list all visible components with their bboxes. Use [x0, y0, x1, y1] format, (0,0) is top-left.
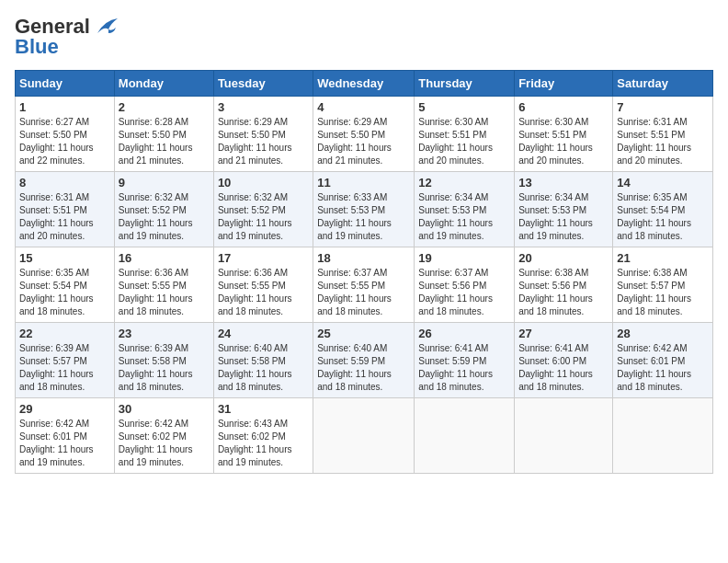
header-sunday: Sunday	[16, 71, 115, 97]
calendar-cell: 18Sunrise: 6:37 AM Sunset: 5:55 PM Dayli…	[313, 247, 415, 323]
calendar-cell: 24Sunrise: 6:40 AM Sunset: 5:58 PM Dayli…	[213, 323, 313, 398]
day-info: Sunrise: 6:41 AM Sunset: 5:59 PM Dayligh…	[418, 342, 510, 394]
calendar-cell: 7Sunrise: 6:31 AM Sunset: 5:51 PM Daylig…	[613, 97, 713, 172]
calendar-week-2: 8Sunrise: 6:31 AM Sunset: 5:51 PM Daylig…	[16, 172, 713, 247]
header-saturday: Saturday	[613, 71, 713, 97]
calendar-cell: 23Sunrise: 6:39 AM Sunset: 5:58 PM Dayli…	[114, 323, 213, 398]
day-info: Sunrise: 6:40 AM Sunset: 5:59 PM Dayligh…	[317, 342, 410, 394]
day-info: Sunrise: 6:31 AM Sunset: 5:51 PM Dayligh…	[19, 191, 110, 243]
calendar-cell: 1Sunrise: 6:27 AM Sunset: 5:50 PM Daylig…	[16, 97, 115, 172]
day-info: Sunrise: 6:36 AM Sunset: 5:55 PM Dayligh…	[218, 267, 309, 318]
calendar-cell: 10Sunrise: 6:32 AM Sunset: 5:52 PM Dayli…	[213, 172, 313, 247]
day-info: Sunrise: 6:31 AM Sunset: 5:51 PM Dayligh…	[617, 116, 709, 167]
day-number: 27	[518, 327, 609, 340]
calendar-cell: 11Sunrise: 6:33 AM Sunset: 5:53 PM Dayli…	[313, 172, 415, 247]
day-info: Sunrise: 6:36 AM Sunset: 5:55 PM Dayligh…	[119, 267, 210, 318]
day-number: 15	[19, 251, 110, 265]
calendar-cell: 20Sunrise: 6:38 AM Sunset: 5:56 PM Dayli…	[515, 247, 613, 323]
calendar-cell: 31Sunrise: 6:43 AM Sunset: 6:02 PM Dayli…	[213, 398, 313, 474]
day-number: 19	[418, 251, 510, 265]
day-info: Sunrise: 6:42 AM Sunset: 6:02 PM Dayligh…	[119, 418, 210, 469]
header-monday: Monday	[114, 71, 213, 97]
day-number: 11	[317, 176, 410, 190]
day-number: 30	[119, 402, 210, 416]
day-info: Sunrise: 6:29 AM Sunset: 5:50 PM Dayligh…	[317, 116, 410, 167]
day-number: 24	[218, 327, 309, 340]
day-number: 1	[19, 100, 110, 114]
day-number: 2	[119, 100, 210, 114]
day-info: Sunrise: 6:37 AM Sunset: 5:55 PM Dayligh…	[317, 267, 410, 318]
day-number: 23	[119, 327, 210, 340]
calendar-table: SundayMondayTuesdayWednesdayThursdayFrid…	[15, 70, 713, 474]
calendar-cell	[613, 398, 713, 474]
calendar-cell: 26Sunrise: 6:41 AM Sunset: 5:59 PM Dayli…	[415, 323, 515, 398]
day-info: Sunrise: 6:38 AM Sunset: 5:57 PM Dayligh…	[617, 267, 709, 318]
calendar-week-3: 15Sunrise: 6:35 AM Sunset: 5:54 PM Dayli…	[16, 247, 713, 323]
day-number: 6	[518, 100, 609, 114]
day-number: 4	[317, 100, 410, 114]
day-info: Sunrise: 6:37 AM Sunset: 5:56 PM Dayligh…	[418, 267, 510, 318]
calendar-cell: 25Sunrise: 6:40 AM Sunset: 5:59 PM Dayli…	[313, 323, 415, 398]
header-thursday: Thursday	[415, 71, 515, 97]
calendar-cell	[515, 398, 613, 474]
day-info: Sunrise: 6:38 AM Sunset: 5:56 PM Dayligh…	[518, 267, 609, 318]
day-number: 25	[317, 327, 410, 340]
day-info: Sunrise: 6:42 AM Sunset: 6:01 PM Dayligh…	[19, 418, 110, 469]
calendar-header-row: SundayMondayTuesdayWednesdayThursdayFrid…	[16, 71, 713, 97]
day-number: 22	[19, 327, 110, 340]
day-number: 9	[119, 176, 210, 190]
day-info: Sunrise: 6:29 AM Sunset: 5:50 PM Dayligh…	[218, 116, 309, 167]
day-number: 17	[218, 251, 309, 265]
header-friday: Friday	[515, 71, 613, 97]
day-number: 16	[119, 251, 210, 265]
calendar-cell: 22Sunrise: 6:39 AM Sunset: 5:57 PM Dayli…	[16, 323, 115, 398]
day-number: 28	[617, 327, 709, 340]
calendar-week-4: 22Sunrise: 6:39 AM Sunset: 5:57 PM Dayli…	[16, 323, 713, 398]
calendar-cell: 27Sunrise: 6:41 AM Sunset: 6:00 PM Dayli…	[515, 323, 613, 398]
calendar-cell: 15Sunrise: 6:35 AM Sunset: 5:54 PM Dayli…	[16, 247, 115, 323]
day-info: Sunrise: 6:32 AM Sunset: 5:52 PM Dayligh…	[119, 191, 210, 243]
day-info: Sunrise: 6:32 AM Sunset: 5:52 PM Dayligh…	[218, 191, 309, 243]
header-tuesday: Tuesday	[213, 71, 313, 97]
day-info: Sunrise: 6:28 AM Sunset: 5:50 PM Dayligh…	[119, 116, 210, 167]
day-number: 31	[218, 402, 309, 416]
calendar-cell: 6Sunrise: 6:30 AM Sunset: 5:51 PM Daylig…	[515, 97, 613, 172]
calendar-cell: 13Sunrise: 6:34 AM Sunset: 5:53 PM Dayli…	[515, 172, 613, 247]
day-info: Sunrise: 6:40 AM Sunset: 5:58 PM Dayligh…	[218, 342, 309, 394]
calendar-cell: 5Sunrise: 6:30 AM Sunset: 5:51 PM Daylig…	[415, 97, 515, 172]
day-info: Sunrise: 6:35 AM Sunset: 5:54 PM Dayligh…	[19, 267, 110, 318]
calendar-cell: 14Sunrise: 6:35 AM Sunset: 5:54 PM Dayli…	[613, 172, 713, 247]
day-number: 18	[317, 251, 410, 265]
calendar-cell: 9Sunrise: 6:32 AM Sunset: 5:52 PM Daylig…	[114, 172, 213, 247]
day-number: 3	[218, 100, 309, 114]
calendar-cell: 17Sunrise: 6:36 AM Sunset: 5:55 PM Dayli…	[213, 247, 313, 323]
day-info: Sunrise: 6:41 AM Sunset: 6:00 PM Dayligh…	[518, 342, 609, 394]
calendar-cell	[313, 398, 415, 474]
calendar-cell: 19Sunrise: 6:37 AM Sunset: 5:56 PM Dayli…	[415, 247, 515, 323]
day-info: Sunrise: 6:42 AM Sunset: 6:01 PM Dayligh…	[617, 342, 709, 394]
calendar-cell: 29Sunrise: 6:42 AM Sunset: 6:01 PM Dayli…	[16, 398, 115, 474]
day-info: Sunrise: 6:27 AM Sunset: 5:50 PM Dayligh…	[19, 116, 110, 167]
day-info: Sunrise: 6:34 AM Sunset: 5:53 PM Dayligh…	[418, 191, 510, 243]
calendar-cell	[415, 398, 515, 474]
calendar-week-1: 1Sunrise: 6:27 AM Sunset: 5:50 PM Daylig…	[16, 97, 713, 172]
day-info: Sunrise: 6:43 AM Sunset: 6:02 PM Dayligh…	[218, 418, 309, 469]
calendar-cell: 4Sunrise: 6:29 AM Sunset: 5:50 PM Daylig…	[313, 97, 415, 172]
day-number: 13	[518, 176, 609, 190]
logo-blue: Blue	[15, 35, 59, 59]
day-info: Sunrise: 6:33 AM Sunset: 5:53 PM Dayligh…	[317, 191, 410, 243]
calendar-cell: 21Sunrise: 6:38 AM Sunset: 5:57 PM Dayli…	[613, 247, 713, 323]
day-number: 26	[418, 327, 510, 340]
calendar-cell: 30Sunrise: 6:42 AM Sunset: 6:02 PM Dayli…	[114, 398, 213, 474]
header-wednesday: Wednesday	[313, 71, 415, 97]
day-number: 20	[518, 251, 609, 265]
page-header: General Blue	[15, 15, 713, 59]
day-info: Sunrise: 6:35 AM Sunset: 5:54 PM Dayligh…	[617, 191, 709, 243]
day-number: 29	[19, 402, 110, 416]
day-number: 21	[617, 251, 709, 265]
day-number: 5	[418, 100, 510, 114]
logo: General Blue	[15, 15, 119, 59]
calendar-cell: 16Sunrise: 6:36 AM Sunset: 5:55 PM Dayli…	[114, 247, 213, 323]
calendar-cell: 28Sunrise: 6:42 AM Sunset: 6:01 PM Dayli…	[613, 323, 713, 398]
day-number: 14	[617, 176, 709, 190]
